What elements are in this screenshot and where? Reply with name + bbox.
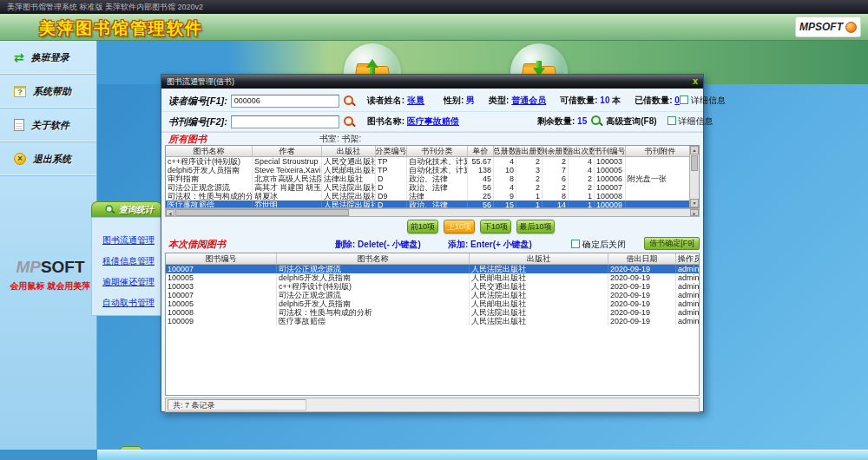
reader-search-icon[interactable] [344,95,355,107]
scroll-up-icon[interactable]: ▲ [690,146,699,154]
table-cell: D [376,183,407,192]
link-rental-info[interactable]: 租借信息管理 [102,251,164,272]
table-cell: 4 [494,183,516,192]
advanced-search-icon[interactable] [591,115,602,127]
table-cell: 司法公正观念源流 [277,265,470,273]
table-cell: 政治、法律 [407,183,468,192]
last-10-button[interactable]: 最后10项 [516,220,555,233]
scroll-left-icon[interactable]: ◄ [166,209,174,216]
sidebar-item-about[interactable]: 关于软件 [0,108,96,142]
table-cell: 100009 [166,317,277,325]
table-cell: 法律 [407,192,468,200]
table-cell: 100005 [166,299,277,308]
table-row[interactable]: 100007司法公正观念源流人民法院出版社2020-09-19admin [166,291,699,299]
sidebar-item-label: 换班登录 [31,51,69,64]
table-cell: 书刊分类 [407,146,468,156]
table-row[interactable]: 司法公正观念源流高其才 肖建国 胡玉人民法院出版社D政治、法律564222100… [166,183,695,192]
reader-name-link[interactable]: 张晨 [407,95,424,105]
table-row[interactable]: delphi5开发人员指南Steve Teixeira,Xavi人民邮电出版社T… [166,166,695,174]
table-cell: 图书名称 [166,146,253,156]
exit-icon: × [14,153,26,165]
table-cell: 政治、法律 [407,200,468,207]
table-cell: 出版社 [470,253,608,264]
sidebar-item-label: 关于软件 [31,119,69,132]
link-overdue-recall[interactable]: 逾期催还管理 [102,272,164,292]
table-cell: D [376,174,407,183]
table-cell: admin [676,291,700,299]
reader-detail-label: 详细信息 [691,95,726,105]
table-cell: admin [676,265,700,273]
member-type-label: 类型: [489,95,509,105]
advanced-query-button[interactable]: 高级查询(F8) [606,115,656,128]
table-row[interactable]: 医疗事故赔偿乔世明人民法院出版社D政治、法律56151141100009 [166,200,695,207]
reader-detail-checkbox[interactable] [680,95,688,104]
table-cell: 2 [542,157,569,166]
table-row[interactable]: 100008司法权：性质与构成的分析人民法院出版社2020-09-19admin [166,308,699,317]
dialog-statusbar: 共: 7 条记录 [165,398,700,412]
remain-label: 剩余数量: [537,116,575,126]
table-cell: 2 [516,157,542,166]
table-cell: c++程序设计(特别版) [277,282,470,291]
table-cell: 人民法院出版社 [470,317,608,325]
member-type-link[interactable]: 普通会员 [511,95,546,105]
gender-label: 性别: [444,95,464,105]
table-cell: 10 [494,166,516,174]
table-cell: admin [676,282,700,291]
hscrollbar-thumb[interactable] [175,209,349,216]
table-row[interactable]: 司法权：性质与构成的分析胡夏冰人民法院出版社D9法律259181100008 [166,192,695,200]
table-cell: 分类编号 [376,146,407,156]
scroll-right-icon[interactable]: ► [690,209,699,216]
table-cell: 医疗事故赔偿 [277,317,470,325]
sidebar-item-exit[interactable]: × 退出系统 [0,142,96,176]
link-book-circulation[interactable]: 图书流通管理 [102,230,164,251]
table-row[interactable]: 100005delphi5开发人员指南人民邮电出版社2020-09-19admi… [166,299,699,308]
table-cell: TP [376,157,407,166]
prev-10-button[interactable]: 上10项 [444,220,475,233]
table-cell: 45 [468,174,494,183]
table-cell: 7 [542,166,569,174]
horizontal-scrollbar: ◄ ► [165,208,700,217]
app-header: 美萍图书馆管理软件 MPSOFT [0,14,868,41]
vertical-scrollbar: ▲ ▼ [689,146,699,207]
scrollbar-thumb[interactable] [691,155,698,171]
table-row[interactable]: 100009医疗事故赔偿人民法院出版社2020-09-19admin [166,317,699,325]
link-auto-fetch[interactable]: 自动取书管理 [102,292,164,313]
table-cell: 100007 [595,183,626,192]
scroll-down-icon[interactable]: ▼ [690,199,699,207]
help-icon: ? [14,86,26,97]
book-row: 书刊编号[F2]: 图书名称: 医疗事故赔偿 剩余数量: 15 高级查询(F8)… [161,112,703,132]
logo-mp: MP [16,258,41,276]
table-cell: 借出次数 [569,146,595,156]
book-search-icon[interactable] [344,116,355,128]
table-cell: 3 [516,166,542,174]
table-cell: 司法权：性质与构成的分析 [277,308,470,317]
table-cell: 司法公正观念源流 [277,291,470,299]
table-cell: 人民法院出版社 [470,291,608,299]
book-name-link[interactable]: 医疗事故赔偿 [407,116,459,126]
close-icon[interactable]: x [693,75,698,89]
dialog-title-text: 图书流通管理(借书) [167,75,234,89]
table-row[interactable]: 100005delphi5开发人员指南人民邮电出版社2020-09-19admi… [166,273,699,282]
close-after-checkbox[interactable] [571,240,580,248]
table-cell: 法律出版社 [322,174,376,183]
reader-id-input[interactable] [231,95,339,108]
sidebar-item-help[interactable]: ? 系统帮助 [0,75,96,108]
table-cell: admin [676,273,700,282]
table-row[interactable]: 100003c++程序设计(特别版)人民交通出版社2020-09-19admin [166,282,699,291]
table-cell [626,166,695,174]
table-row[interactable]: c++程序设计(特别版)Special Stroustrup人民交通出版社TP自… [166,157,695,166]
table-row[interactable]: 100007司法公正观念源流人民法院出版社2020-09-19admin [166,265,699,273]
table-cell: 人民邮电出版社 [470,273,608,282]
tab-query-statistics[interactable]: 查询统计 [91,201,162,217]
table-row[interactable]: 审判指南北京市高级人民法院法律出版社D政治、法律458262100006附光盘一… [166,174,695,183]
confirm-borrow-button[interactable]: 借书确定[F9] [644,237,700,250]
first-10-button[interactable]: 前10项 [407,220,438,233]
book-id-input[interactable] [231,115,339,128]
slogan-text: 会用鼠标 就会用美萍 [7,280,94,292]
sidebar-item-shift-login[interactable]: ⇄ 换班登录 [0,41,96,75]
table-cell: 2 [516,174,542,183]
book-detail-checkbox[interactable] [667,116,676,125]
table-cell: 政治、法律 [407,174,468,183]
next-10-button[interactable]: 下10项 [480,220,511,233]
sidebar: ⇄ 换班登录 ? 系统帮助 关于软件 × 退出系统 [0,41,97,450]
